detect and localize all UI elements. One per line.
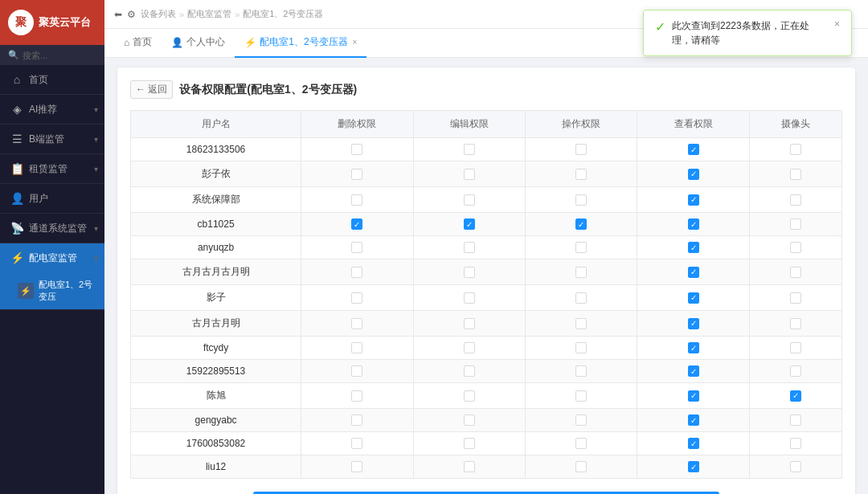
cell-edit[interactable]: [413, 161, 525, 187]
camera-checkbox[interactable]: [790, 461, 801, 472]
cell-operate[interactable]: [525, 455, 637, 479]
cell-view[interactable]: ✓: [637, 311, 749, 337]
cell-operate[interactable]: [525, 360, 637, 383]
edit-checkbox[interactable]: [464, 414, 475, 426]
cell-operate[interactable]: [525, 337, 637, 360]
cell-view[interactable]: ✓: [637, 285, 749, 311]
cell-edit[interactable]: [413, 432, 525, 455]
view-checkbox[interactable]: ✓: [688, 218, 699, 230]
sidebar-item-distribution[interactable]: ⚡ 配电室监管 ▾: [0, 243, 104, 272]
edit-checkbox[interactable]: [464, 318, 475, 329]
edit-checkbox[interactable]: [464, 267, 475, 278]
cell-camera[interactable]: [749, 236, 841, 259]
cell-view[interactable]: ✓: [637, 213, 749, 236]
operate-checkbox[interactable]: [575, 342, 587, 353]
cell-edit[interactable]: [413, 259, 525, 285]
delete-checkbox[interactable]: [351, 318, 362, 329]
camera-checkbox[interactable]: ✓: [790, 390, 801, 402]
edit-checkbox[interactable]: [464, 144, 475, 155]
cell-delete[interactable]: [301, 337, 413, 360]
view-checkbox[interactable]: ✓: [688, 365, 699, 377]
cell-operate[interactable]: [525, 432, 637, 455]
cell-view[interactable]: ✓: [637, 138, 749, 161]
cell-delete[interactable]: [301, 236, 413, 259]
delete-checkbox[interactable]: [351, 438, 362, 449]
delete-checkbox[interactable]: [351, 194, 362, 206]
cell-view[interactable]: ✓: [637, 432, 749, 455]
cell-camera[interactable]: [749, 455, 841, 479]
cell-delete[interactable]: [301, 138, 413, 161]
tab-personal[interactable]: 👤 个人中心: [162, 29, 235, 58]
edit-checkbox[interactable]: [464, 242, 475, 253]
cell-delete[interactable]: [301, 383, 413, 409]
cell-operate[interactable]: ✓: [525, 213, 637, 236]
cell-camera[interactable]: ✓: [749, 383, 841, 409]
view-checkbox[interactable]: ✓: [688, 194, 699, 206]
operate-checkbox[interactable]: [575, 242, 587, 253]
cell-camera[interactable]: [749, 285, 841, 311]
cell-operate[interactable]: [525, 236, 637, 259]
cell-edit[interactable]: [413, 409, 525, 432]
edit-checkbox[interactable]: [464, 438, 475, 449]
delete-checkbox[interactable]: [351, 242, 362, 253]
operate-checkbox[interactable]: [575, 390, 587, 402]
cell-edit[interactable]: [413, 285, 525, 311]
edit-checkbox[interactable]: [464, 461, 475, 472]
operate-checkbox[interactable]: [575, 438, 587, 449]
delete-checkbox[interactable]: [351, 461, 362, 472]
cell-edit[interactable]: [413, 138, 525, 161]
tab-distribution[interactable]: ⚡ 配电室1、2号变压器 ×: [235, 29, 366, 58]
view-checkbox[interactable]: ✓: [688, 144, 699, 155]
delete-checkbox[interactable]: [351, 390, 362, 402]
camera-checkbox[interactable]: [790, 342, 801, 353]
operate-checkbox[interactable]: [575, 318, 587, 329]
delete-checkbox[interactable]: [351, 267, 362, 278]
cell-camera[interactable]: [749, 337, 841, 360]
cell-delete[interactable]: [301, 455, 413, 479]
cell-operate[interactable]: [525, 311, 637, 337]
sidebar-item-lease[interactable]: 📋 租赁监管 ▾: [0, 154, 104, 183]
cell-operate[interactable]: [525, 161, 637, 187]
cell-edit[interactable]: [413, 455, 525, 479]
operate-checkbox[interactable]: [575, 292, 587, 304]
cell-delete[interactable]: [301, 285, 413, 311]
tab-home[interactable]: ⌂ 首页: [114, 29, 162, 58]
operate-checkbox[interactable]: [575, 194, 587, 206]
cell-delete[interactable]: [301, 409, 413, 432]
camera-checkbox[interactable]: [790, 267, 801, 278]
cell-camera[interactable]: [749, 360, 841, 383]
cell-view[interactable]: ✓: [637, 360, 749, 383]
cell-delete[interactable]: [301, 311, 413, 337]
back-button[interactable]: ← 返回: [130, 80, 173, 99]
edit-checkbox[interactable]: [464, 390, 475, 402]
view-checkbox[interactable]: ✓: [688, 438, 699, 449]
cell-view[interactable]: ✓: [637, 259, 749, 285]
view-checkbox[interactable]: ✓: [688, 390, 699, 402]
cell-view[interactable]: ✓: [637, 187, 749, 213]
cell-view[interactable]: ✓: [637, 383, 749, 409]
cell-delete[interactable]: [301, 360, 413, 383]
sidebar-item-distribution-sub[interactable]: ⚡ 配电室1、2号变压: [0, 272, 104, 309]
view-checkbox[interactable]: ✓: [688, 318, 699, 329]
camera-checkbox[interactable]: [790, 365, 801, 377]
sidebar-item-ai[interactable]: ◈ AI推荐 ▾: [0, 95, 104, 124]
delete-checkbox[interactable]: [351, 144, 362, 155]
cell-operate[interactable]: [525, 285, 637, 311]
view-checkbox[interactable]: ✓: [688, 242, 699, 253]
search-input[interactable]: [23, 51, 96, 60]
view-checkbox[interactable]: ✓: [688, 292, 699, 304]
cell-edit[interactable]: [413, 311, 525, 337]
sidebar-item-users[interactable]: 👤 用户: [0, 184, 104, 213]
cell-delete[interactable]: [301, 187, 413, 213]
topbar-icon-back[interactable]: ⬅: [114, 9, 122, 20]
edit-checkbox[interactable]: [464, 292, 475, 304]
cell-camera[interactable]: [749, 409, 841, 432]
sidebar-item-biz[interactable]: ☰ B端监管 ▾: [0, 125, 104, 153]
operate-checkbox[interactable]: ✓: [575, 218, 587, 230]
view-checkbox[interactable]: ✓: [688, 169, 699, 180]
delete-checkbox[interactable]: [351, 292, 362, 304]
operate-checkbox[interactable]: [575, 461, 587, 472]
operate-checkbox[interactable]: [575, 144, 587, 155]
operate-checkbox[interactable]: [575, 414, 587, 426]
cell-camera[interactable]: [749, 213, 841, 236]
